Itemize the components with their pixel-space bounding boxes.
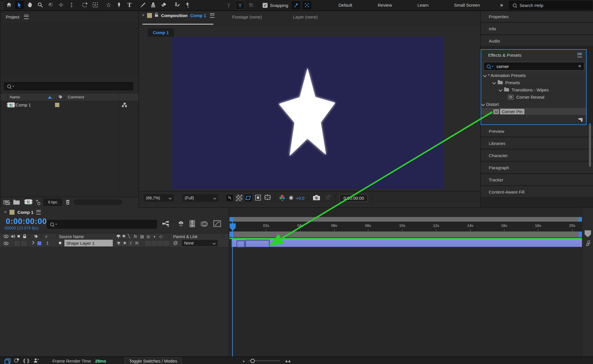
zoom-slider-knob[interactable]	[250, 359, 255, 363]
threed-layer-switch-icon[interactable]: ◇	[159, 234, 162, 239]
workspace-tab-learn[interactable]: Learn	[405, 3, 441, 8]
dolly-camera-icon[interactable]	[67, 1, 76, 9]
fast-previews-icon[interactable]: Ϟ	[226, 194, 233, 202]
timeline-h-scrollbar[interactable]	[229, 217, 583, 222]
project-column-name[interactable]: Name	[10, 95, 20, 99]
transparency-grid-icon[interactable]	[236, 195, 242, 201]
new-panel-corner-icon[interactable]	[578, 117, 583, 123]
motion-blur-switch-icon[interactable]: ◎	[147, 234, 150, 239]
pen-tool-icon[interactable]	[115, 1, 123, 9]
tree-row-distort[interactable]: Distort	[481, 101, 586, 108]
home-icon[interactable]	[5, 1, 13, 9]
timeline-tab-close-icon[interactable]: ×	[4, 209, 7, 215]
composition-viewport[interactable]	[171, 37, 444, 189]
clone-stamp-icon[interactable]	[149, 1, 158, 9]
collapse-panels-icon[interactable]	[5, 359, 10, 363]
timeline-comp-swatch[interactable]	[10, 210, 14, 215]
layer-eye-icon[interactable]	[3, 241, 9, 246]
panel-header-properties[interactable]: Properties	[481, 11, 593, 23]
video-column-eye-icon[interactable]	[3, 234, 9, 239]
local-axis-mode-icon[interactable]	[224, 1, 233, 9]
panel-header-content-aware-fill[interactable]: Content-Aware Fill	[481, 186, 593, 198]
timeline-search-filter-icon[interactable]	[55, 224, 57, 225]
person-icon[interactable]	[33, 358, 39, 364]
composition-tab-target[interactable]: Comp 1	[190, 13, 206, 18]
composition-panel-menu-icon[interactable]	[210, 13, 215, 18]
frame-blending-toggle-icon[interactable]	[189, 220, 196, 228]
comp-mini-flowchart-icon[interactable]	[162, 220, 170, 228]
scrollbar-left-cap[interactable]	[229, 217, 233, 222]
layer-audio-cell[interactable]	[14, 240, 21, 247]
layer-frame-blend-cell[interactable]	[145, 240, 151, 247]
solo-column-icon[interactable]	[17, 235, 20, 238]
layer-expand-chevron[interactable]	[31, 241, 34, 244]
zoom-tool-icon[interactable]	[36, 1, 45, 9]
collapse-switch-icon[interactable]	[116, 234, 121, 240]
audio-column-speaker-icon[interactable]	[10, 234, 15, 240]
view-axis-mode-icon[interactable]	[247, 1, 256, 9]
comp-button-icon[interactable]	[584, 240, 592, 248]
project-search-input[interactable]	[4, 82, 133, 90]
source-name-column-header[interactable]: Source Name	[59, 234, 84, 239]
snap-along-edges-icon[interactable]	[292, 1, 300, 9]
snapping-checkbox[interactable]: ✓	[263, 3, 268, 8]
snap-beyond-edges-icon[interactable]	[303, 1, 311, 9]
hand-tool-icon[interactable]	[25, 1, 34, 9]
tree-row-corner-pin[interactable]: 32 Corner Pin	[481, 108, 586, 115]
project-column-comment[interactable]: Comment	[68, 95, 84, 99]
layer-label-swatch[interactable]	[37, 241, 42, 246]
workspace-tab-default[interactable]: Default	[326, 3, 365, 8]
show-snapshot-icon[interactable]	[324, 194, 331, 202]
selection-tool-icon[interactable]	[15, 1, 24, 9]
lock-icon[interactable]	[155, 13, 158, 18]
shy-layers-toggle-icon[interactable]	[177, 220, 185, 228]
puppet-pin-icon[interactable]	[183, 1, 192, 9]
effects-search-value[interactable]: corner	[497, 64, 509, 69]
search-help-box[interactable]: Search Help	[509, 1, 592, 10]
pan-camera-icon[interactable]	[57, 1, 65, 9]
comp-breadcrumb[interactable]: Comp 1	[148, 28, 174, 37]
effects-search-filter-icon[interactable]	[492, 66, 493, 67]
layer-motion-blur-cell[interactable]	[151, 240, 158, 247]
parent-dropdown[interactable]: None	[182, 240, 218, 246]
magnification-dropdown[interactable]: (66,7%)	[144, 194, 174, 202]
rotate-tool-icon[interactable]	[80, 1, 89, 9]
draft-switch-icon[interactable]: ╲	[128, 234, 130, 238]
panel-header-info[interactable]: Info	[481, 23, 593, 35]
tree-row-presets[interactable]: Presets	[481, 79, 586, 87]
timeline-zoom-slider[interactable]	[248, 359, 280, 363]
label-column-icon[interactable]	[34, 234, 39, 240]
exposure-value[interactable]: +0,0	[296, 196, 305, 201]
exposure-icon[interactable]: ✺	[289, 194, 294, 201]
workspace-tab-review[interactable]: Review	[365, 3, 405, 8]
right-panel-scrollbar[interactable]	[589, 123, 591, 167]
composition-tab[interactable]: × Composition Comp 1	[142, 13, 215, 18]
region-of-interest-icon[interactable]	[255, 194, 261, 202]
snapshot-camera-icon[interactable]	[313, 194, 320, 202]
layer-quality-cell[interactable]: ✱	[121, 240, 128, 247]
toolbar-grip[interactable]	[1, 1, 3, 9]
comp-marker-bin-icon[interactable]	[585, 230, 591, 237]
layer-solo-cell[interactable]	[21, 240, 27, 247]
comp-footer-timecode[interactable]: 0:00:00:00	[340, 194, 368, 202]
flowchart-icon[interactable]	[122, 102, 127, 109]
layer-fx-cell[interactable]: fx	[133, 240, 140, 247]
new-composition-icon[interactable]	[24, 199, 32, 204]
roto-brush-icon[interactable]	[173, 1, 181, 9]
panel-header-paragraph[interactable]: Paragraph	[481, 162, 593, 174]
composition-tab-label[interactable]: Composition	[161, 13, 188, 18]
footage-tab[interactable]: Footage (none)	[232, 14, 262, 19]
tree-row-transitions-wipes[interactable]: Transitions - Wipes	[481, 86, 586, 94]
workspace-tab-small-screen[interactable]: Small Screen	[441, 3, 493, 8]
effects-search-clear-icon[interactable]: ×	[578, 63, 581, 69]
bpc-button[interactable]: 8 bpc	[43, 199, 62, 206]
timeline-search-input[interactable]	[47, 220, 157, 229]
parent-link-column-header[interactable]: Parent & Link	[173, 234, 197, 239]
effects-switch-icon[interactable]: fx	[134, 234, 137, 239]
adjustment-layer-switch-icon[interactable]: ◑	[153, 234, 155, 239]
project-item-comp1[interactable]: Comp 1	[1, 101, 138, 110]
world-axis-mode-icon[interactable]	[235, 1, 245, 10]
new-folder-icon[interactable]	[13, 200, 20, 205]
eraser-tool-icon[interactable]	[159, 1, 168, 9]
panel-header-libraries[interactable]: Libraries	[481, 138, 593, 149]
